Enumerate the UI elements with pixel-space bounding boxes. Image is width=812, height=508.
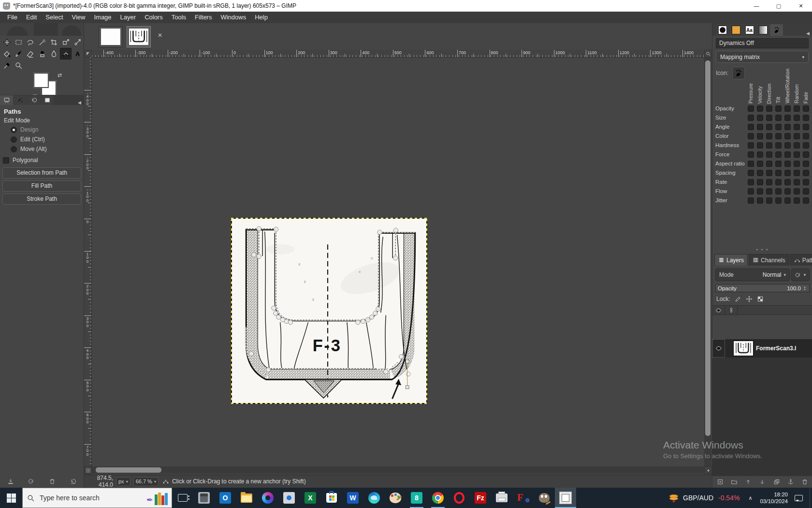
lock-position-icon[interactable] xyxy=(746,296,753,302)
fonts-tab[interactable]: Aa xyxy=(743,24,756,36)
matrix-checkbox[interactable] xyxy=(748,161,754,167)
mapping-matrix-dropdown[interactable]: Mapping matrix▾ xyxy=(716,51,809,63)
matrix-checkbox[interactable] xyxy=(803,133,809,139)
bucket-fill-tool[interactable] xyxy=(1,48,13,60)
matrix-checkbox[interactable] xyxy=(757,179,763,185)
matrix-checkbox[interactable] xyxy=(784,197,791,204)
matrix-checkbox[interactable] xyxy=(794,197,800,204)
menu-help[interactable]: Help xyxy=(250,12,272,23)
matrix-checkbox[interactable] xyxy=(748,133,754,139)
matrix-checkbox[interactable] xyxy=(757,188,763,194)
folder-layer-button[interactable] xyxy=(728,478,740,486)
matrix-checkbox[interactable] xyxy=(794,151,800,158)
matrix-checkbox[interactable] xyxy=(775,124,782,130)
canvas-image[interactable]: F-3 666 G6 xyxy=(232,219,426,403)
fuzzy-select-tool[interactable] xyxy=(36,36,48,48)
matrix-checkbox[interactable] xyxy=(766,170,772,176)
taskbar-format-factory-icon[interactable]: F⚙ xyxy=(512,488,534,508)
matrix-checkbox[interactable] xyxy=(775,170,782,176)
edit-mode-design[interactable]: Design xyxy=(0,125,84,134)
matrix-checkbox[interactable] xyxy=(794,105,800,112)
matrix-checkbox[interactable] xyxy=(784,115,791,121)
down-layer-button[interactable] xyxy=(757,478,768,486)
swap-colors-icon[interactable]: ⇄ xyxy=(58,72,62,78)
matrix-checkbox[interactable] xyxy=(757,161,763,167)
dynamics-icon-button[interactable] xyxy=(732,67,745,79)
taskbar-word-icon[interactable]: W xyxy=(342,488,363,508)
taskbar-chrome-icon[interactable] xyxy=(427,488,449,508)
matrix-checkbox[interactable] xyxy=(757,142,763,149)
matrix-checkbox[interactable] xyxy=(748,115,754,121)
matrix-checkbox[interactable] xyxy=(748,124,754,130)
rectangle-select-tool[interactable] xyxy=(13,36,24,48)
taskbar-search[interactable]: Type here to search ✒ xyxy=(22,488,172,508)
taskbar-excel-icon[interactable]: X xyxy=(300,488,321,508)
up-layer-button[interactable] xyxy=(743,478,754,486)
clone-tool[interactable] xyxy=(36,48,48,60)
taskbar-clock[interactable]: 18:20 03/10/2024 xyxy=(760,491,788,505)
dup-layer-button[interactable] xyxy=(771,478,782,486)
tray-expand-chevron[interactable]: ∧ xyxy=(748,495,752,501)
stroke-path-button[interactable]: Stroke Path xyxy=(2,194,81,205)
matrix-checkbox[interactable] xyxy=(794,179,800,185)
matrix-checkbox[interactable] xyxy=(775,197,782,204)
matrix-checkbox[interactable] xyxy=(803,161,809,167)
taskbar-gimp-window-icon[interactable] xyxy=(555,488,576,508)
matrix-checkbox[interactable] xyxy=(766,115,772,121)
matrix-checkbox[interactable] xyxy=(803,179,809,185)
matrix-checkbox[interactable] xyxy=(775,105,782,112)
crop-tool[interactable] xyxy=(48,36,60,48)
edit-mode-edit[interactable]: Edit (Ctrl) xyxy=(0,134,84,144)
matrix-checkbox[interactable] xyxy=(784,151,791,158)
mode-reset-button[interactable]: ▾ xyxy=(791,269,810,281)
reset-icon[interactable] xyxy=(67,477,79,486)
matrix-checkbox[interactable] xyxy=(766,105,772,112)
image-tab-former[interactable] xyxy=(127,26,151,47)
matrix-checkbox[interactable] xyxy=(766,151,772,158)
matrix-checkbox[interactable] xyxy=(766,124,772,130)
matrix-checkbox[interactable] xyxy=(757,133,763,139)
text-tool[interactable] xyxy=(72,48,83,60)
matrix-checkbox[interactable] xyxy=(748,151,754,158)
taskbar-filezilla-icon[interactable]: Fz xyxy=(470,488,491,508)
vertical-scrollbar[interactable] xyxy=(704,58,711,466)
matrix-checkbox[interactable] xyxy=(803,115,809,121)
matrix-checkbox[interactable] xyxy=(748,179,754,185)
taskbar-people-icon[interactable] xyxy=(278,488,300,508)
matrix-checkbox[interactable] xyxy=(784,133,791,139)
matrix-checkbox[interactable] xyxy=(775,161,782,167)
tab-paths[interactable]: Paths xyxy=(790,254,812,266)
matrix-checkbox[interactable] xyxy=(784,170,791,176)
matrix-checkbox[interactable] xyxy=(775,151,782,158)
matrix-checkbox[interactable] xyxy=(757,151,763,158)
polygonal-checkbox-row[interactable]: Polygonal xyxy=(0,154,84,165)
device-status-tab[interactable] xyxy=(14,95,27,105)
matrix-checkbox[interactable] xyxy=(748,105,754,112)
trash-layer-button[interactable] xyxy=(799,478,811,486)
minimize-button[interactable]: — xyxy=(745,0,768,12)
matrix-checkbox[interactable] xyxy=(803,151,809,158)
taskbar-microsoft-365-icon[interactable] xyxy=(257,488,278,508)
handle-transform-tool[interactable] xyxy=(72,36,83,48)
matrix-checkbox[interactable] xyxy=(766,142,772,149)
tool-options-tab[interactable] xyxy=(0,95,13,105)
opacity-spinner[interactable]: ▴▾ xyxy=(802,286,807,291)
unit-dropdown[interactable]: px▾ xyxy=(116,477,130,486)
dock-splitter[interactable]: ▪ ▪ ▪ xyxy=(712,247,812,252)
menu-image[interactable]: Image xyxy=(89,12,116,23)
menu-layer[interactable]: Layer xyxy=(116,12,141,23)
taskbar-gimp-pinned-icon[interactable] xyxy=(534,488,555,508)
move-tool[interactable] xyxy=(1,36,13,48)
matrix-checkbox[interactable] xyxy=(757,124,763,130)
zoom-follows-window-button[interactable] xyxy=(704,50,712,58)
matrix-checkbox[interactable] xyxy=(784,179,791,185)
tab-layers[interactable]: Layers xyxy=(714,254,748,266)
unified-transform-tool[interactable] xyxy=(60,36,72,48)
matrix-checkbox[interactable] xyxy=(775,133,782,139)
matrix-checkbox[interactable] xyxy=(784,161,791,167)
matrix-checkbox[interactable] xyxy=(766,188,772,194)
dock-collapse-icon[interactable]: ◀ xyxy=(75,100,84,105)
menu-windows[interactable]: Windows xyxy=(216,12,250,23)
layer-mode-dropdown[interactable]: Mode Normal▾ xyxy=(715,269,790,281)
matrix-checkbox[interactable] xyxy=(784,105,791,112)
